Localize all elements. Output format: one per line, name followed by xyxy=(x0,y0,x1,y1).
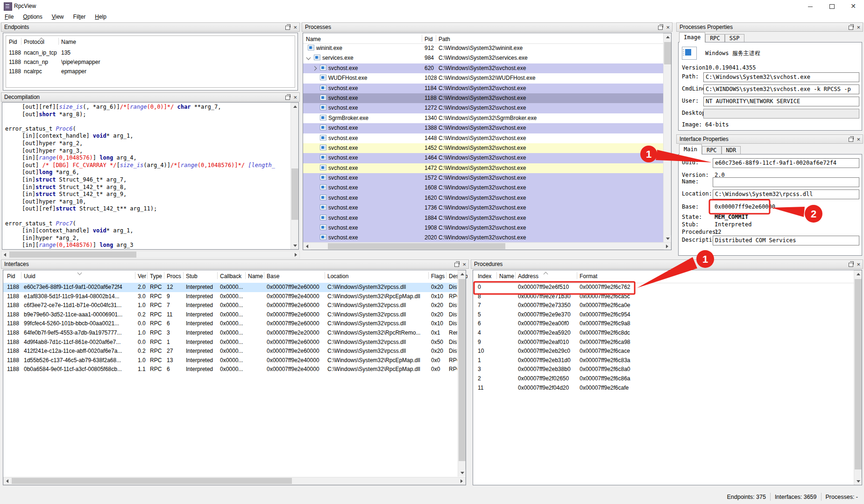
close-button[interactable]: ✕ xyxy=(843,0,864,12)
processes-properties-float-icon[interactable] xyxy=(849,26,853,30)
processes-close-icon[interactable]: × xyxy=(666,24,670,31)
menu-item-filter[interactable]: Filter xyxy=(69,12,91,22)
procedure-row[interactable]: 20x00007ff9e2f026500x00007ff9e2f6c86a xyxy=(473,374,853,384)
column-header-path[interactable]: Path xyxy=(439,33,662,43)
scrollbar-thumb[interactable] xyxy=(9,252,136,258)
column-header-address[interactable]: Address xyxy=(518,270,578,283)
process-row-1448[interactable]: svchost.exe1448C:\Windows\System32\svcho… xyxy=(303,133,663,143)
maximize-button[interactable] xyxy=(821,0,843,12)
scroll-up-icon[interactable] xyxy=(664,34,671,41)
interface-properties-tab-rpc[interactable]: RPC xyxy=(702,146,722,154)
menu-item-help[interactable]: Help xyxy=(90,12,111,22)
interface-properties-float-icon[interactable] xyxy=(849,138,853,142)
procedures-float-icon[interactable] xyxy=(849,263,853,267)
menu-item-view[interactable]: View xyxy=(47,12,69,22)
scroll-down-icon[interactable] xyxy=(855,478,862,485)
scroll-right-icon[interactable] xyxy=(292,251,299,258)
process-row-1184[interactable]: svchost.exe1184C:\Windows\System32\svcho… xyxy=(303,84,663,93)
endpoint-row[interactable]: 1188ncalrpcepmapper xyxy=(6,67,295,76)
interface-row[interactable]: 11880b0a6584-9e0f-11cf-a3cf-00805f68cb..… xyxy=(3,365,457,374)
column-header-pid[interactable]: Pid xyxy=(7,270,20,283)
endpoint-row[interactable]: 1188ncacn_np\pipe\epmapper xyxy=(6,57,295,67)
column-header-ver[interactable]: Ver xyxy=(138,270,148,283)
desktop-field[interactable] xyxy=(703,109,859,119)
procedure-row[interactable]: 10x00007ff9e2eb31d00x00007ff9e2f6c83a xyxy=(473,356,853,365)
process-row-1188[interactable]: svchost.exe1188C:\Windows\System32\svcho… xyxy=(303,93,663,103)
scroll-up-icon[interactable] xyxy=(855,271,862,278)
process-row-620[interactable]: svchost.exe620C:\Windows\System32\svchos… xyxy=(303,63,663,73)
menu-item-file[interactable]: File xyxy=(0,12,18,22)
processes-properties-tab-rpc[interactable]: RPC xyxy=(705,34,725,42)
interface-row[interactable]: 1188e1af8308-5d1f-11c9-91a4-08002b14...3… xyxy=(3,292,457,301)
process-row-1452[interactable]: svchost.exe1452C:\Windows\System32\svcho… xyxy=(303,143,663,153)
interface-row[interactable]: 11884d9f4ab8-7d1c-11cf-861e-0020af6e7...… xyxy=(3,338,457,347)
scroll-right-icon[interactable] xyxy=(664,243,671,250)
process-row-1908[interactable]: svchost.exe1908C:\Windows\System32\svcho… xyxy=(303,223,663,233)
process-row-1388[interactable]: svchost.exe1388C:\Windows\System32\svcho… xyxy=(303,123,663,133)
scroll-up-icon[interactable] xyxy=(459,271,466,278)
procedure-row[interactable]: 50x00007ff9e2e9e3700x00007ff9e2f6c954 xyxy=(473,310,853,320)
process-row-1340[interactable]: SgrmBroker.exe1340C:\Windows\System32\Sg… xyxy=(303,113,663,123)
endpoint-row[interactable]: 1188ncacn_ip_tcp135 xyxy=(6,48,295,57)
procedures-vscrollbar[interactable] xyxy=(854,270,862,485)
process-row-1884[interactable]: svchost.exe1884C:\Windows\System32\svcho… xyxy=(303,213,663,223)
column-header-name[interactable]: Name xyxy=(306,33,421,43)
description-field[interactable]: Distributed COM Services xyxy=(713,236,859,245)
column-header-flags[interactable]: Flags xyxy=(431,270,446,283)
procedure-row[interactable]: 60x00007ff9e2ea00f00x00007ff9e2f6c9a8 xyxy=(473,319,853,329)
scroll-left-icon[interactable] xyxy=(304,243,311,250)
procedure-row[interactable]: 90x00007ff9e2eaf0100x00007ff9e2f6ca98 xyxy=(473,338,853,347)
processes-properties-close-icon[interactable]: × xyxy=(857,24,860,31)
interfaces-close-icon[interactable]: × xyxy=(462,261,466,268)
scroll-left-icon[interactable] xyxy=(1,251,8,258)
scrollbar-thumb[interactable] xyxy=(459,279,466,461)
procedure-row[interactable]: 80x00007ff9e2e71b300x00007ff9e2f6ca5c xyxy=(473,292,853,301)
name-field[interactable] xyxy=(713,177,859,187)
column-header-name[interactable]: Name xyxy=(248,270,263,283)
column-header-base[interactable]: Base xyxy=(267,270,326,283)
column-header-name[interactable]: Name xyxy=(61,36,201,48)
column-header-stub[interactable]: Stub xyxy=(186,270,218,283)
process-row-1464[interactable]: svchost.exe1464C:\Windows\System32\svcho… xyxy=(303,153,663,163)
interface-row[interactable]: 1188412f241e-c12a-11ce-abff-0020af6e7a..… xyxy=(3,347,457,356)
interface-row[interactable]: 118899fcfec4-5260-101b-bbcb-00aa0021...0… xyxy=(3,319,457,329)
process-row-1272[interactable]: svchost.exe1272C:\Windows\System32\svcho… xyxy=(303,103,663,113)
scroll-right-icon[interactable] xyxy=(458,477,465,484)
process-row-1608[interactable]: svchost.exe1608C:\Windows\System32\svcho… xyxy=(303,183,663,193)
column-header-pid[interactable]: Pid xyxy=(425,33,437,43)
process-row-912[interactable]: wininit.exe912C:\Windows\System32\winini… xyxy=(303,43,663,53)
processes-properties-tab-image[interactable]: Image xyxy=(679,32,705,42)
process-row-984[interactable]: services.exe984C:\Windows\System32\servi… xyxy=(303,53,663,63)
procedure-row[interactable]: 70x00007ff9e2e733500x00007ff9e2f6ca0e xyxy=(473,301,853,310)
interface-row[interactable]: 118864fe0b7f-9ef5-4553-a7db-9a1975777...… xyxy=(3,329,457,338)
uuid-field[interactable]: e60c73e6-88f9-11cf-9af1-0020af6e72f4 xyxy=(713,158,859,168)
endpoints-close-icon[interactable]: × xyxy=(293,24,297,31)
column-header-location[interactable]: Location xyxy=(327,270,429,283)
processes-properties-tab-ssp[interactable]: SSP xyxy=(725,34,744,42)
scrollbar-thumb[interactable] xyxy=(664,42,671,64)
column-header-format[interactable]: Format xyxy=(580,270,673,283)
endpoints-table-header[interactable]: PidProtocolName xyxy=(6,36,295,48)
menu-item-options[interactable]: Options xyxy=(18,12,47,22)
location-field[interactable]: C:\Windows\System32\rpcss.dll xyxy=(713,189,859,199)
interface-row[interactable]: 11881d55b526-c137-46c5-ab79-638f2a68...1… xyxy=(3,356,457,365)
process-row-1472[interactable]: svchost.exe1472C:\Windows\System32\svcho… xyxy=(303,163,663,173)
procedure-row[interactable]: 110x00007ff9e2f04d200x00007ff9e2f6cafe xyxy=(473,384,853,393)
processes-float-icon[interactable] xyxy=(658,26,663,30)
procedures-close-icon[interactable]: × xyxy=(857,261,860,268)
process-row-2020[interactable]: svchost.exe2020C:\Windows\System32\svcho… xyxy=(303,233,663,242)
scrollbar-thumb[interactable] xyxy=(328,243,505,249)
procedures-table-header[interactable]: IndexNameAddressFormat xyxy=(473,270,862,283)
interface-row[interactable]: 1188e60c73e6-88f9-11cf-9af1-0020af6e72f4… xyxy=(3,283,457,292)
scrollbar-thumb[interactable] xyxy=(291,168,298,220)
decompilation-hscrollbar[interactable] xyxy=(1,251,300,259)
interface-properties-close-icon[interactable]: × xyxy=(857,136,860,143)
procedure-row[interactable]: 100x00007ff9e2eb29c00x00007ff9e2f6cace xyxy=(473,347,853,356)
interfaces-table-header[interactable]: PidUuidVerTypeProcsStubCallbackNameBaseL… xyxy=(3,270,466,283)
procedure-row[interactable]: 40x00007ff9e2ea59200x00007ff9e2f6c8dc xyxy=(473,329,853,338)
scroll-down-icon[interactable] xyxy=(664,235,671,242)
processes-hscrollbar[interactable] xyxy=(303,242,671,250)
process-row-1572[interactable]: svchost.exe1572C:\Windows\System32\svcho… xyxy=(303,173,663,183)
path-field[interactable]: C:\Windows\System32\svchost.exe xyxy=(703,72,859,82)
scroll-up-icon[interactable] xyxy=(291,103,298,110)
